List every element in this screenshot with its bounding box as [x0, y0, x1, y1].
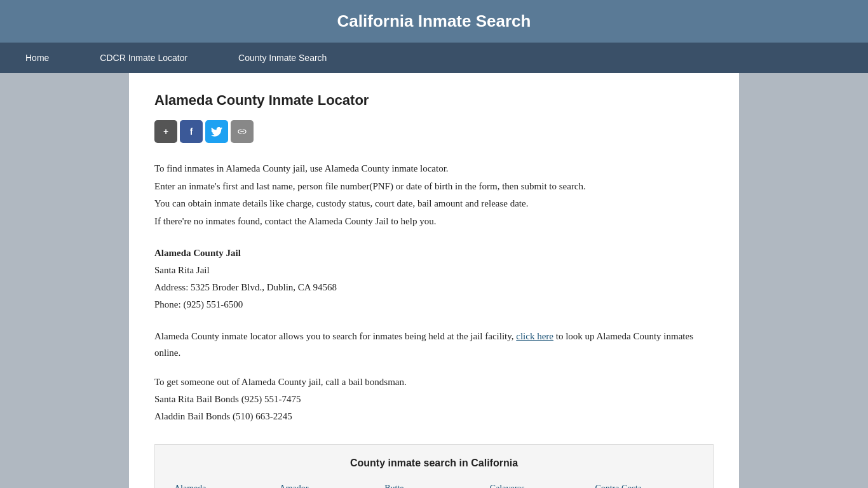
facebook-button[interactable]: f: [180, 120, 203, 143]
intro-line-3: You can obtain inmate details like charg…: [154, 196, 714, 212]
county-link[interactable]: Contra Costa: [595, 480, 694, 488]
main-nav: Home CDCR Inmate Locator County Inmate S…: [0, 43, 868, 73]
copy-link-button[interactable]: [231, 120, 254, 143]
link-section: Alameda County inmate locator allows you…: [154, 329, 714, 361]
share-button[interactable]: +: [154, 120, 177, 143]
content-wrapper: Alameda County Inmate Locator + f To fin…: [129, 73, 739, 488]
county-search-section: County inmate search in California Alame…: [154, 444, 714, 488]
bail-section: To get someone out of Alameda County jai…: [154, 374, 714, 425]
twitter-button[interactable]: [205, 120, 228, 143]
nav-home[interactable]: Home: [0, 43, 74, 73]
intro-line-1: To find inmates in Alameda County jail, …: [154, 161, 714, 177]
county-grid: AlamedaAmadorButteCalaverasContra CostaD…: [174, 480, 694, 488]
bail-line-3: Aladdin Bail Bonds (510) 663-2245: [154, 408, 714, 425]
address-value: 5325 Broder Blvd., Dublin, CA 94568: [191, 282, 337, 292]
phone-label: Phone:: [154, 299, 183, 309]
jail-phone: Phone: (925) 551-6500: [154, 296, 714, 313]
jail-section: Alameda County Jail Santa Rita Jail Addr…: [154, 245, 714, 313]
site-title: California Inmate Search: [13, 11, 855, 31]
county-search-title: County inmate search in California: [174, 458, 694, 469]
site-header: California Inmate Search: [0, 0, 868, 43]
intro-section: To find inmates in Alameda County jail, …: [154, 161, 714, 229]
link-paragraph: Alameda County inmate locator allows you…: [154, 329, 714, 361]
county-link[interactable]: Alameda: [174, 480, 273, 488]
click-here-link[interactable]: click here: [516, 331, 553, 341]
county-link[interactable]: Amador: [280, 480, 379, 488]
nav-county[interactable]: County Inmate Search: [213, 43, 352, 73]
phone-value: (925) 551-6500: [183, 299, 243, 309]
address-label: Address:: [154, 282, 191, 292]
intro-line-4: If there're no inmates found, contact th…: [154, 214, 714, 230]
link-before: Alameda County inmate locator allows you…: [154, 331, 516, 341]
county-link[interactable]: Butte: [384, 480, 484, 488]
nav-cdcr[interactable]: CDCR Inmate Locator: [74, 43, 213, 73]
county-link[interactable]: Calaveras: [490, 480, 589, 488]
bail-line-1: To get someone out of Alameda County jai…: [154, 374, 714, 391]
facility-name: Santa Rita Jail: [154, 262, 714, 279]
page-title: Alameda County Inmate Locator: [154, 92, 714, 109]
intro-line-2: Enter an inmate's first and last name, p…: [154, 179, 714, 195]
share-buttons: + f: [154, 120, 714, 143]
bail-line-2: Santa Rita Bail Bonds (925) 551-7475: [154, 391, 714, 408]
jail-name: Alameda County Jail: [154, 245, 714, 262]
jail-address: Address: 5325 Broder Blvd., Dublin, CA 9…: [154, 279, 714, 296]
